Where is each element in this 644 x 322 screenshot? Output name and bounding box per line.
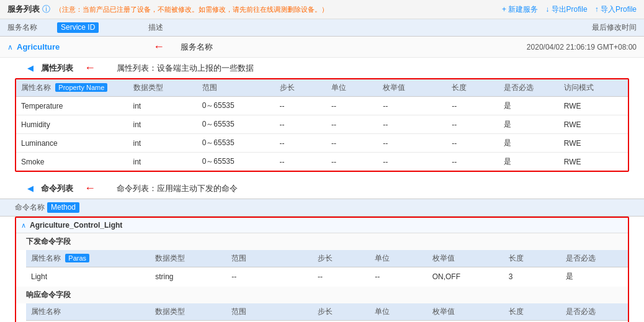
- property-table-row: Humidity int 0～65535 -- -- -- -- 是 RWE: [16, 115, 628, 134]
- prop-type-cell: int: [128, 115, 197, 134]
- property-table: 属性名称 Property Name 数据类型 范围 步长 单位 枚举值 长度 …: [16, 79, 628, 171]
- prop-range-cell: 0～65535: [197, 153, 275, 171]
- response-fields-label: 响应命令字段: [16, 287, 628, 303]
- prop-length-cell: --: [447, 153, 498, 171]
- prop-type-cell: int: [128, 153, 197, 171]
- prop-access-cell: RWE: [559, 134, 628, 153]
- prop-required-cell: 是: [499, 134, 559, 153]
- prop-access-cell: RWE: [559, 115, 628, 134]
- resp-th-unit: 单位: [370, 303, 427, 321]
- header-actions: + 新建服务 ↓ 导出Profile ↑ 导入Profile: [502, 4, 637, 15]
- resp-th-type: 数据类型: [150, 303, 226, 321]
- th-required: 是否必选: [499, 79, 559, 97]
- send-fields-body: Light string -- -- -- ON,OFF 3 是: [26, 267, 628, 286]
- header-note: （注意：当前产品已注册了设备，不能被修改。如需修改，请先前往在线调测删除设备。）: [55, 5, 328, 14]
- property-table-row: Smoke int 0～65535 -- -- -- -- 是 RWE: [16, 153, 628, 171]
- col-service-name: 服务名称: [7, 22, 57, 33]
- resp-th-name: 属性名称: [26, 303, 150, 321]
- prop-unit-cell: --: [326, 97, 378, 115]
- property-label-text: 属性列表: [41, 63, 73, 74]
- send-length-cell: 3: [504, 267, 561, 286]
- annotation-arrow-property: ←: [84, 61, 96, 74]
- send-th-name-label: 属性名称: [31, 254, 61, 262]
- th-range: 范围: [197, 79, 275, 97]
- command-table-wrapper: ∧ Agriculture_Control_Light 下发命令字段 属性名称 …: [15, 217, 629, 322]
- send-th-enum: 枚举值: [427, 250, 504, 267]
- prop-access-cell: RWE: [559, 153, 628, 171]
- import-profile-button[interactable]: ↑ 导入Profile: [595, 4, 637, 15]
- th-step: 步长: [275, 79, 326, 97]
- col-description: 描述: [148, 22, 592, 33]
- column-header-row: 服务名称 Service ID 描述 最后修改时间: [0, 19, 644, 37]
- prop-enum-cell: --: [378, 153, 447, 171]
- send-fields-label: 下发命令字段: [16, 233, 628, 250]
- prop-required-cell: 是: [499, 97, 559, 115]
- response-fields-table: 属性名称 数据类型 范围 步长 单位 枚举值 长度 是否必选 Light_Sta…: [26, 303, 628, 322]
- resp-th-length: 长度: [504, 303, 561, 321]
- annotation-arrow-service: ←: [153, 40, 164, 53]
- send-step-cell: --: [313, 267, 370, 286]
- send-type-cell: string: [150, 267, 226, 286]
- prop-range-cell: 0～65535: [197, 97, 275, 115]
- page-title: 服务列表: [7, 4, 40, 15]
- col-service-id: Service ID: [57, 22, 99, 33]
- header-bar: 服务列表 ⓘ （注意：当前产品已注册了设备，不能被修改。如需修改，请先前往在线调…: [0, 0, 644, 19]
- send-th-length: 长度: [504, 250, 561, 267]
- send-th-name: 属性名称 Paras: [26, 250, 150, 267]
- command-section-icon: ◀: [27, 184, 34, 193]
- th-prop-name-highlight: Property Name: [55, 83, 107, 92]
- prop-step-cell: --: [275, 153, 326, 171]
- property-table-wrapper: 属性名称 Property Name 数据类型 范围 步长 单位 枚举值 长度 …: [15, 78, 629, 172]
- prop-name-cell: Humidity: [16, 115, 128, 134]
- send-range-cell: --: [226, 267, 313, 286]
- th-access: 访问模式: [559, 79, 628, 97]
- command-label-text: 命令列表: [41, 183, 73, 194]
- annotation-arrow-command: ←: [84, 182, 96, 195]
- prop-range-cell: 0～65535: [197, 115, 275, 134]
- command-collapse-icon[interactable]: ∧: [21, 221, 26, 230]
- command-item-row: ∧ Agriculture_Control_Light: [16, 218, 628, 233]
- response-fields-header-row: 属性名称 数据类型 范围 步长 单位 枚举值 长度 是否必选: [26, 303, 628, 321]
- property-section-icon: ◀: [27, 63, 34, 73]
- prop-required-cell: 是: [499, 115, 559, 134]
- property-table-header-row: 属性名称 Property Name 数据类型 范围 步长 单位 枚举值 长度 …: [16, 79, 628, 97]
- property-table-body: Temperature int 0～65535 -- -- -- -- 是 RW…: [16, 97, 628, 171]
- resp-th-enum: 枚举值: [427, 303, 504, 321]
- prop-unit-cell: --: [326, 115, 378, 134]
- send-enum-cell: ON,OFF: [427, 267, 504, 286]
- prop-range-cell: 0～65535: [197, 134, 275, 153]
- prop-type-cell: int: [128, 134, 197, 153]
- send-fields-table: 属性名称 Paras 数据类型 范围 步长 单位 枚举值 长度 是否必选 Lig…: [26, 250, 628, 285]
- send-th-range: 范围: [226, 250, 313, 267]
- th-enum: 枚举值: [378, 79, 447, 97]
- prop-step-cell: --: [275, 97, 326, 115]
- th-prop-name: 属性名称 Property Name: [16, 79, 128, 97]
- command-col-header-row: 命令名称 Method: [0, 199, 644, 217]
- send-th-required: 是否必选: [561, 250, 628, 267]
- command-item-name: Agriculture_Control_Light: [30, 221, 122, 230]
- prop-name-cell: Smoke: [16, 153, 128, 171]
- prop-enum-cell: --: [378, 97, 447, 115]
- prop-type-cell: int: [128, 97, 197, 115]
- service-name: Agriculture: [17, 42, 153, 51]
- collapse-icon[interactable]: ∧: [7, 43, 13, 51]
- send-th-type: 数据类型: [150, 250, 226, 267]
- send-th-step: 步长: [313, 250, 370, 267]
- service-annotation: 服务名称: [181, 42, 213, 53]
- resp-th-range: 范围: [226, 303, 313, 321]
- export-profile-button[interactable]: ↓ 导出Profile: [545, 4, 587, 15]
- send-field-row: Light string -- -- -- ON,OFF 3 是: [26, 267, 628, 286]
- info-icon: ⓘ: [42, 4, 50, 15]
- th-data-type: 数据类型: [128, 79, 197, 97]
- property-section-label: ◀ 属性列表 ← 属性列表：设备端主动上报的一些数据: [0, 58, 644, 78]
- new-service-button[interactable]: + 新建服务: [502, 4, 538, 15]
- command-annotation: 命令列表：应用端主动下发的命令: [117, 183, 238, 194]
- send-name-cell: Light: [26, 267, 150, 286]
- prop-length-cell: --: [447, 134, 498, 153]
- prop-step-cell: --: [275, 115, 326, 134]
- resp-th-required: 是否必选: [561, 303, 628, 321]
- prop-name-cell: Temperature: [16, 97, 128, 115]
- prop-name-cell: Luminance: [16, 134, 128, 153]
- command-section-label: ◀ 命令列表 ← 命令列表：应用端主动下发的命令: [0, 178, 644, 199]
- prop-length-cell: --: [447, 115, 498, 134]
